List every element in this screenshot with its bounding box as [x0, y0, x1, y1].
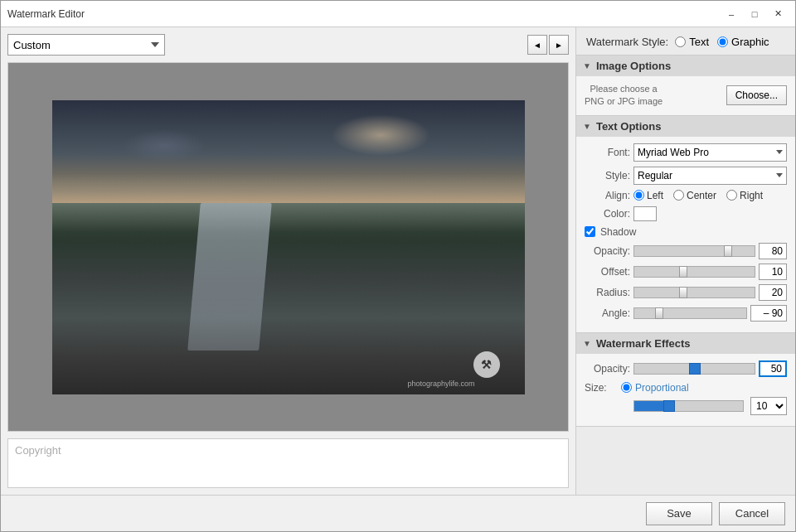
image-options-title: Image Options: [596, 60, 671, 72]
shadow-offset-value[interactable]: [759, 264, 787, 280]
align-left-radio[interactable]: [633, 190, 644, 201]
watermark-style-row: Watermark Style: Text Graphic: [576, 27, 795, 56]
align-row: Align: Left Center: [585, 190, 787, 201]
text-options-section: ▼ Text Options Font: Myriad Web Pro: [576, 116, 795, 333]
size-proportional-label[interactable]: Proportional: [635, 382, 689, 394]
shadow-radius-value[interactable]: [759, 284, 787, 301]
shadow-checkbox[interactable]: [585, 226, 595, 237]
effects-opacity-value[interactable]: [759, 360, 787, 377]
close-button[interactable]: ✕: [767, 5, 789, 23]
text-options-arrow: ▼: [583, 122, 591, 131]
shadow-label: Shadow: [600, 226, 636, 238]
title-bar-controls: – □ ✕: [721, 5, 789, 23]
watermark-overlay: ⚒: [473, 351, 500, 378]
copyright-bar: Copyright: [7, 438, 569, 488]
shadow-angle-row: Angle:: [585, 305, 787, 322]
align-center-option[interactable]: Center: [673, 190, 716, 201]
bottom-bar: Save Cancel: [1, 495, 795, 531]
window-title: Watermark Editor: [7, 8, 85, 20]
copyright-placeholder: Copyright: [15, 444, 61, 457]
color-swatch[interactable]: [633, 206, 657, 221]
title-bar: Watermark Editor – □ ✕: [1, 1, 795, 27]
align-center-label: Center: [687, 190, 716, 201]
align-left-label: Left: [647, 190, 663, 201]
align-right-option[interactable]: Right: [726, 190, 763, 201]
image-options-header[interactable]: ▼ Image Options: [576, 56, 795, 76]
color-row: Color:: [585, 206, 787, 221]
align-right-label: Right: [740, 190, 763, 201]
shadow-offset-slider[interactable]: [633, 266, 755, 278]
nav-buttons: ◄ ►: [527, 35, 569, 55]
style-select[interactable]: Regular: [633, 167, 787, 185]
style-graphic-option[interactable]: Graphic: [717, 36, 769, 48]
maximize-button[interactable]: □: [744, 5, 765, 23]
cloud-layer-2: [123, 129, 206, 162]
effects-arrow: ▼: [583, 339, 591, 348]
shadow-angle-slider[interactable]: [633, 307, 747, 319]
text-options-body: Font: Myriad Web Pro Style:: [576, 137, 795, 332]
image-hint: Please choose a PNG or JPG image: [585, 83, 663, 109]
preview-image: ⚒ photographylife.com: [52, 100, 525, 394]
nav-next-button[interactable]: ►: [549, 35, 569, 55]
font-select[interactable]: Myriad Web Pro: [633, 143, 787, 162]
align-center-radio[interactable]: [673, 190, 684, 201]
watermark-url: photographylife.com: [407, 380, 474, 388]
size-slider[interactable]: [633, 400, 744, 412]
style-graphic-label: Graphic: [731, 36, 769, 48]
align-group: Left Center Right: [633, 190, 763, 201]
watermark-effects-header[interactable]: ▼ Watermark Effects: [576, 333, 795, 354]
size-proportional-radio[interactable]: [621, 382, 632, 393]
image-options-section: ▼ Image Options Please choose a PNG or J…: [576, 56, 795, 116]
watermark-style-label: Watermark Style:: [586, 36, 668, 48]
save-button[interactable]: Save: [646, 502, 712, 525]
shadow-offset-row: Offset:: [585, 264, 787, 280]
watermark-editor-window: Watermark Editor – □ ✕ Custom ◄ ►: [0, 0, 796, 532]
effects-opacity-slider[interactable]: [633, 363, 755, 375]
effects-title: Watermark Effects: [596, 337, 691, 350]
size-label: Size:: [585, 382, 616, 394]
right-panel: Watermark Style: Text Graphic ▼: [575, 27, 795, 495]
shadow-radius-row: Radius:: [585, 284, 787, 301]
glacier-layer: [187, 203, 271, 351]
shadow-header-row: Shadow: [585, 226, 787, 238]
shadow-opacity-slider[interactable]: [633, 245, 755, 257]
watermark-effects-section: ▼ Watermark Effects Opacity: Size:: [576, 333, 795, 427]
nav-prev-button[interactable]: ◄: [527, 35, 547, 55]
watermark-style-radio-group: Text Graphic: [675, 36, 769, 48]
shadow-radius-slider[interactable]: [633, 287, 755, 298]
style-text-option[interactable]: Text: [675, 36, 709, 48]
shadow-opacity-value[interactable]: [759, 243, 787, 259]
align-right-radio[interactable]: [726, 190, 737, 201]
preset-select[interactable]: Custom: [7, 34, 165, 56]
size-radio: Proportional: [621, 382, 689, 394]
shadow-opacity-row: Opacity:: [585, 243, 787, 259]
text-options-title: Text Options: [596, 120, 661, 133]
style-text-label: Text: [689, 36, 709, 48]
style-text-radio[interactable]: [675, 36, 686, 47]
text-options-header[interactable]: ▼ Text Options: [576, 116, 795, 137]
title-bar-left: Watermark Editor: [7, 8, 85, 20]
image-options-arrow: ▼: [583, 61, 591, 70]
scrollable-content: ▼ Image Options Please choose a PNG or J…: [576, 56, 795, 495]
size-dropdown[interactable]: 10: [750, 397, 787, 415]
effects-body: Opacity: Size: Proportional: [576, 354, 795, 426]
font-row: Font: Myriad Web Pro: [585, 143, 787, 162]
image-options-body: Please choose a PNG or JPG image Choose.…: [576, 76, 795, 115]
shadow-angle-value[interactable]: [750, 305, 787, 322]
image-options-content: Please choose a PNG or JPG image Choose.…: [585, 83, 787, 109]
left-panel: Custom ◄ ► ⚒ photographylife.com: [1, 27, 575, 495]
effects-opacity-row: Opacity:: [585, 360, 787, 377]
shadow-opacity-label: Opacity:: [585, 245, 630, 257]
style-label: Style:: [585, 170, 630, 181]
style-graphic-radio[interactable]: [717, 36, 728, 47]
choose-image-button[interactable]: Choose...: [726, 85, 787, 105]
style-control: Regular: [633, 167, 787, 185]
shadow-radius-label: Radius:: [585, 287, 630, 298]
cancel-button[interactable]: Cancel: [719, 502, 785, 525]
align-left-option[interactable]: Left: [633, 190, 663, 201]
style-row: Style: Regular: [585, 167, 787, 185]
snow-layer: [52, 173, 525, 232]
font-control: Myriad Web Pro: [633, 143, 787, 162]
cloud-layer-1: [331, 114, 430, 156]
minimize-button[interactable]: –: [721, 5, 742, 23]
